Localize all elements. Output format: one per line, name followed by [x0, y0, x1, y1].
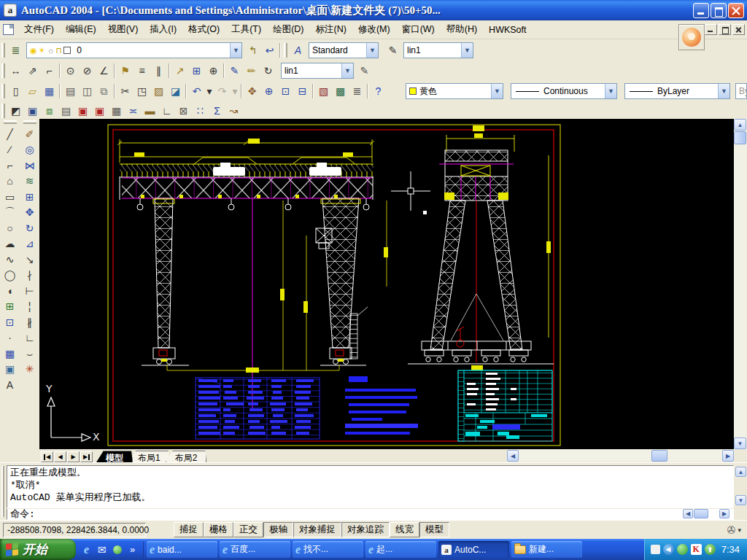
help-icon[interactable]: ? — [370, 83, 387, 99]
break-icon[interactable]: ∦ — [21, 314, 38, 330]
update-shield-icon[interactable]: ⬆ — [705, 544, 716, 555]
designcenter-icon[interactable]: ▩ — [332, 83, 349, 99]
command-input[interactable]: 命令: — [7, 509, 734, 520]
paste-icon[interactable]: ▨ — [150, 83, 167, 99]
quick-leader-icon[interactable]: ↗ — [171, 63, 188, 79]
dimension-edit-icon[interactable]: ✎ — [226, 63, 243, 79]
next-tab-button[interactable]: ▶ — [67, 451, 80, 462]
zoom-window-icon[interactable]: ⊡ — [277, 83, 294, 99]
insert-block-icon[interactable]: ⊞ — [1, 299, 18, 315]
menu-edit[interactable]: 编辑(E) — [60, 21, 102, 38]
scroll-up-icon[interactable]: ▲ — [734, 119, 746, 131]
dim-style-dropdown-icon[interactable]: ▼ — [461, 43, 473, 58]
taskbar-button-qi[interactable]: e 起... — [365, 541, 436, 558]
menu-hwksoft[interactable]: HWKSoft — [483, 23, 532, 37]
hwk-block-icon[interactable]: ⧈ — [41, 103, 58, 119]
vertical-scrollbar[interactable] — [734, 119, 746, 449]
taskbar-button-baidu1[interactable]: e baid... — [147, 541, 217, 558]
text-icon[interactable]: A — [1, 377, 18, 393]
toggle-ortho[interactable]: 正交 — [233, 522, 263, 537]
command-scroll-down-icon[interactable]: ▼ — [735, 495, 746, 505]
toolbar-grip[interactable] — [23, 120, 36, 124]
layer-combo[interactable]: ◉ ☀ ☼ ⊓ 0 ▼ — [26, 42, 242, 58]
polygon-icon[interactable]: ⌂ — [1, 174, 18, 190]
restore-button[interactable] — [711, 3, 727, 18]
linetype-control-combo[interactable]: Continuous ▼ — [511, 83, 617, 99]
quicklaunch-overflow-icon[interactable]: » — [125, 542, 140, 558]
mail-quicklaunch-icon[interactable]: ✉ — [94, 542, 109, 558]
command-history[interactable]: 正在重生成模型。 *取消* AutoCAD 菜单实用程序已加载。 — [7, 465, 734, 508]
ie-quicklaunch-icon[interactable]: e — [79, 542, 94, 558]
break-at-point-icon[interactable]: ¦ — [21, 299, 38, 315]
hwk-box-icon[interactable]: ⊠ — [175, 103, 192, 119]
color-control-combo[interactable]: 黄色 ▼ — [406, 83, 503, 99]
pan-icon[interactable]: ✥ — [244, 83, 260, 99]
trim-icon[interactable]: ∤ — [21, 268, 38, 284]
hwk-note-icon[interactable]: ∷ — [192, 103, 209, 119]
layers-manager-icon[interactable]: ≣ — [7, 42, 24, 58]
erase-icon[interactable]: ✐ — [21, 126, 38, 142]
mdi-minimize-button[interactable] — [705, 24, 717, 35]
center-mark-icon[interactable]: ⊕ — [205, 63, 222, 79]
dimension-text-edit-icon[interactable]: ✏ — [243, 63, 260, 79]
make-object-layer-current-icon[interactable]: ↰ — [244, 42, 261, 58]
linetype-dropdown-icon[interactable]: ▼ — [605, 84, 616, 98]
spline-icon[interactable]: ∿ — [1, 252, 18, 268]
mdi-restore-button[interactable] — [719, 24, 731, 35]
last-tab-button[interactable]: ▶ — [80, 451, 93, 462]
toggle-osnap[interactable]: 对象捕捉 — [293, 522, 341, 537]
ellipse-arc-icon[interactable]: ◖ — [1, 283, 18, 299]
explode-icon[interactable]: ✳ — [21, 362, 38, 378]
offset-icon[interactable]: ≋ — [21, 174, 38, 190]
new-file-icon[interactable]: ▯ — [7, 83, 24, 99]
taskbar-button-search[interactable]: e 找不... — [293, 541, 363, 558]
communication-center-icon[interactable]: ✇ — [727, 524, 736, 536]
toggle-polar[interactable]: 极轴 — [263, 522, 293, 537]
copy-object-icon[interactable]: ◎ — [21, 142, 38, 158]
hwk-hatch-icon[interactable]: ▦ — [108, 103, 125, 119]
match-properties-icon[interactable]: ◪ — [167, 83, 184, 99]
hwksoft-logo-button[interactable] — [678, 24, 705, 50]
undo-icon[interactable]: ↶ — [188, 83, 205, 99]
horizontal-scrollbar[interactable] — [507, 450, 734, 462]
taskbar-button-new-folder[interactable]: 新建... — [511, 541, 582, 558]
make-block-icon[interactable]: ⊡ — [1, 314, 18, 330]
stretch-icon[interactable]: ↘ — [21, 252, 38, 268]
hwk-print-icon[interactable]: ▤ — [58, 103, 74, 119]
tool-palettes-icon[interactable]: ≣ — [349, 83, 365, 99]
previous-tab-button[interactable]: ◀ — [54, 451, 66, 462]
layer-previous-icon[interactable]: ↩ — [261, 42, 278, 58]
menu-dimension[interactable]: 标注(N) — [310, 21, 352, 38]
redo-dropdown-icon[interactable]: ▾ — [231, 83, 239, 99]
tray-app-icon[interactable] — [677, 544, 688, 555]
extend-icon[interactable]: ⊢ — [21, 283, 38, 299]
menu-file[interactable]: 文件(F) — [18, 21, 60, 38]
lineweight-dropdown-icon[interactable]: ▼ — [718, 84, 729, 98]
text-style-dropdown-icon[interactable]: ▼ — [366, 43, 378, 58]
toggle-grid[interactable]: 栅格 — [204, 522, 233, 537]
command-window-grip[interactable] — [1, 466, 4, 517]
menu-view[interactable]: 视图(V) — [102, 21, 144, 38]
dim-style-combo[interactable]: lin1 ▼ — [403, 42, 473, 58]
revision-cloud-icon[interactable]: ☁ — [1, 236, 18, 252]
command-scroll-right-icon[interactable]: ▶ — [719, 509, 729, 518]
menu-modify[interactable]: 修改(M) — [352, 21, 396, 38]
toggle-snap[interactable]: 捕捉 — [174, 522, 204, 537]
rectangle-icon[interactable]: ▭ — [1, 189, 18, 205]
mdi-close-button[interactable] — [732, 24, 745, 35]
drawing-canvas[interactable]: Y X — [39, 119, 734, 449]
scale-icon[interactable]: ⊿ — [21, 236, 38, 252]
minimize-button[interactable] — [693, 3, 709, 18]
ordinate-dimension-icon[interactable]: ⌐ — [41, 63, 58, 79]
cut-icon[interactable]: ✂ — [117, 83, 133, 99]
aligned-dimension-icon[interactable]: ⇗ — [24, 63, 41, 79]
dimension-style-dropdown-icon[interactable]: ▼ — [341, 63, 353, 78]
media-quicklaunch-icon[interactable] — [109, 542, 125, 558]
toolbar-grip[interactable] — [4, 120, 17, 124]
scroll-left-icon[interactable]: ◀ — [507, 450, 519, 462]
hide-tray-icons-chevron[interactable]: ◀ — [663, 544, 674, 555]
linear-dimension-icon[interactable]: ↔ — [7, 63, 24, 79]
status-menu-arrow-icon[interactable]: ▾ — [738, 526, 741, 534]
layer-combo-dropdown-icon[interactable]: ▼ — [230, 43, 241, 58]
hwk-curve-icon[interactable]: ↝ — [225, 103, 242, 119]
